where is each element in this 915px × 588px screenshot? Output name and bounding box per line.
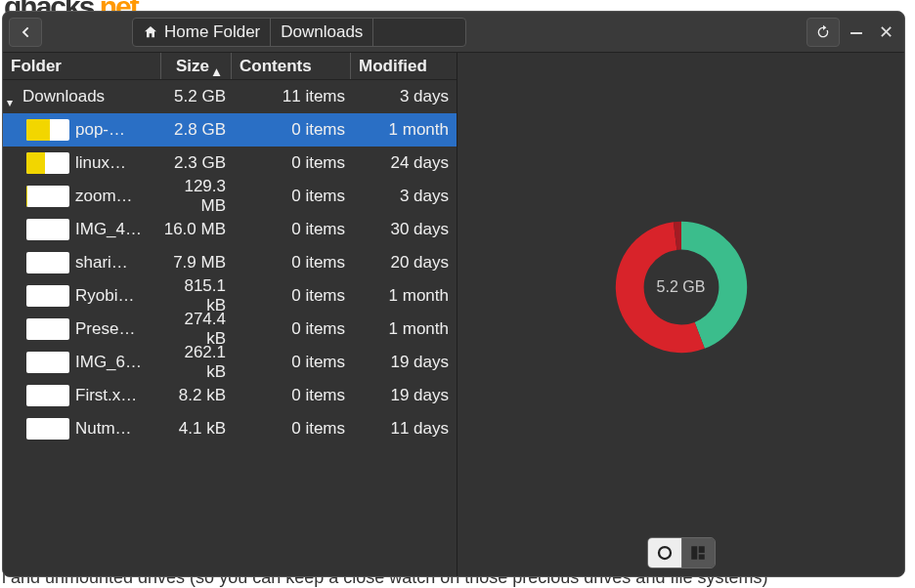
table-row[interactable]: zoom…129.3 MB0 items3 days	[3, 180, 457, 213]
file-contents: 0 items	[232, 419, 351, 439]
chart-pane: 5.2 GB	[458, 53, 904, 576]
parent-folder-row[interactable]: Downloads 5.2 GB 11 items 3 days	[3, 80, 457, 113]
size-bar	[26, 352, 69, 373]
file-modified: 11 days	[351, 419, 457, 439]
file-name: Ryobi…	[75, 286, 134, 306]
file-list-pane: Folder Size Contents Modified Downloads …	[3, 53, 458, 576]
chevron-left-icon	[18, 24, 33, 40]
table-row[interactable]: First.x…8.2 kB0 items19 days	[3, 379, 457, 412]
breadcrumb-downloads-label: Downloads	[281, 22, 363, 42]
minimize-button[interactable]: ‒	[844, 20, 869, 45]
treemap-icon	[689, 544, 707, 562]
file-name: pop-…	[75, 120, 125, 140]
column-header-size-label: Size	[176, 57, 209, 76]
rings-view-button[interactable]	[648, 538, 681, 567]
parent-folder-size: 5.2 GB	[161, 87, 232, 106]
file-name: First.x…	[75, 386, 137, 405]
file-contents: 0 items	[232, 153, 351, 173]
file-contents: 0 items	[232, 386, 351, 405]
svg-rect-2	[699, 546, 705, 553]
disk-usage-analyzer-window: Home Folder Downloads ‒ ✕ Folder Size	[2, 11, 905, 577]
column-header-size[interactable]: Size	[161, 53, 232, 79]
size-bar	[26, 385, 69, 406]
file-modified: 24 days	[351, 153, 457, 173]
size-bar	[26, 252, 69, 273]
home-icon	[143, 24, 158, 40]
file-size: 16.0 MB	[161, 220, 232, 239]
rings-icon	[656, 544, 674, 562]
file-name: zoom…	[75, 187, 133, 206]
back-button[interactable]	[9, 18, 42, 47]
view-mode-toggle	[647, 537, 716, 568]
file-size: 2.3 GB	[161, 153, 232, 173]
size-bar	[26, 186, 69, 207]
donut-chart: 5.2 GB	[603, 209, 760, 365]
table-row[interactable]: pop-…2.8 GB0 items1 month	[3, 113, 457, 147]
file-size: 129.3 MB	[161, 177, 232, 216]
file-size: 4.1 kB	[161, 419, 232, 439]
column-headers: Folder Size Contents Modified	[3, 53, 457, 80]
table-row[interactable]: linux…2.3 GB0 items24 days	[3, 147, 457, 180]
file-name: linux…	[75, 153, 126, 173]
file-name: Prese…	[75, 319, 135, 339]
column-header-folder[interactable]: Folder	[3, 53, 161, 79]
file-size: 262.1 kB	[161, 343, 232, 382]
file-modified: 19 days	[351, 353, 457, 372]
size-bar	[26, 285, 69, 307]
refresh-icon	[815, 24, 831, 40]
file-modified: 19 days	[351, 386, 457, 405]
table-row[interactable]: Ryobi…815.1 kB0 items1 month	[3, 279, 457, 313]
close-icon: ✕	[879, 22, 893, 42]
table-row[interactable]: IMG_4…16.0 MB0 items30 days	[3, 213, 457, 246]
sort-asc-icon	[213, 62, 223, 71]
close-button[interactable]: ✕	[873, 21, 898, 43]
file-modified: 1 month	[351, 286, 457, 306]
file-contents: 0 items	[232, 187, 351, 206]
file-contents: 0 items	[232, 120, 351, 140]
svg-rect-1	[691, 546, 697, 560]
file-modified: 1 month	[351, 319, 457, 339]
file-size: 2.8 GB	[161, 120, 232, 140]
breadcrumb-home[interactable]: Home Folder	[133, 19, 271, 46]
size-bar	[26, 318, 69, 340]
file-contents: 0 items	[232, 220, 351, 239]
file-size: 7.9 MB	[161, 253, 232, 273]
size-bar	[26, 119, 69, 141]
size-bar	[26, 152, 69, 174]
file-modified: 1 month	[351, 120, 457, 140]
file-name: Nutm…	[75, 419, 132, 439]
file-contents: 0 items	[232, 253, 351, 273]
svg-point-0	[659, 547, 671, 559]
size-bar	[26, 418, 69, 440]
size-bar	[26, 219, 69, 240]
table-row[interactable]: Prese…274.4 kB0 items1 month	[3, 313, 457, 346]
table-row[interactable]: Nutm…4.1 kB0 items11 days	[3, 412, 457, 445]
column-header-modified[interactable]: Modified	[351, 53, 457, 79]
file-contents: 0 items	[232, 319, 351, 339]
breadcrumb: Home Folder Downloads	[132, 18, 466, 47]
file-name: IMG_6…	[75, 353, 142, 372]
parent-folder-contents: 11 items	[232, 87, 351, 106]
file-name: shari…	[75, 253, 128, 273]
column-header-contents[interactable]: Contents	[232, 53, 351, 79]
treemap-view-button[interactable]	[681, 538, 715, 567]
svg-rect-3	[699, 555, 705, 560]
expand-icon[interactable]	[7, 92, 17, 102]
table-row[interactable]: shari…7.9 MB0 items20 days	[3, 246, 457, 279]
refresh-button[interactable]	[806, 18, 840, 47]
file-modified: 3 days	[351, 187, 457, 206]
parent-folder-name: Downloads	[22, 87, 105, 106]
table-row[interactable]: IMG_6…262.1 kB0 items19 days	[3, 346, 457, 379]
breadcrumb-filler	[373, 19, 465, 46]
file-modified: 20 days	[351, 253, 457, 273]
main-area: Folder Size Contents Modified Downloads …	[3, 53, 904, 576]
file-name: IMG_4…	[75, 220, 142, 239]
file-size: 8.2 kB	[161, 386, 232, 405]
minimize-icon: ‒	[850, 20, 863, 44]
breadcrumb-home-label: Home Folder	[164, 22, 260, 42]
breadcrumb-downloads[interactable]: Downloads	[271, 19, 373, 46]
file-contents: 0 items	[232, 286, 351, 306]
file-contents: 0 items	[232, 353, 351, 372]
parent-folder-modified: 3 days	[351, 87, 457, 106]
toolbar: Home Folder Downloads ‒ ✕	[3, 12, 904, 53]
